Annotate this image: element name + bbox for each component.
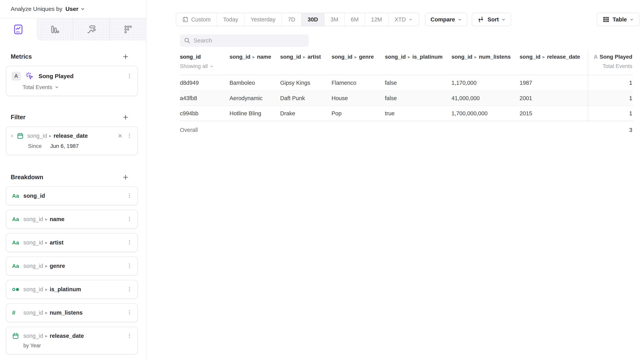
calendar-icon xyxy=(182,16,188,23)
date-range-yesterday[interactable]: Yesterday xyxy=(244,13,282,26)
table-row: c994bb Hotline Bling Drake Pop true 1,70… xyxy=(180,106,633,121)
breakdown-property: name xyxy=(50,216,64,222)
kebab-menu-icon[interactable] xyxy=(126,73,132,80)
add-metric-button[interactable] xyxy=(122,53,129,60)
tab-line-chart[interactable] xyxy=(0,18,36,41)
column-header-metric[interactable]: A Song Played Total Events xyxy=(588,50,633,75)
tab-scatter-chart[interactable] xyxy=(110,18,146,41)
arrow-separator-icon: ▸ xyxy=(408,54,410,60)
column-header-name[interactable]: song_id▸name xyxy=(230,50,280,75)
cell-release-date: 2001 xyxy=(520,95,588,102)
add-filter-button[interactable] xyxy=(122,114,129,121)
tab-flow-chart[interactable] xyxy=(73,18,110,41)
compare-button[interactable]: Compare xyxy=(425,13,468,26)
column-header-num-listens[interactable]: song_id▸num_listens xyxy=(452,50,520,75)
date-range-today[interactable]: Today xyxy=(217,13,244,26)
sort-button[interactable]: Sort xyxy=(472,13,511,26)
table-row: d8d949 Bamboleo Gipsy Kings Flamenco fal… xyxy=(180,75,633,90)
boolean-type-icon xyxy=(12,287,21,292)
chevron-down-icon xyxy=(458,18,462,22)
analyze-by-dropdown[interactable]: User xyxy=(66,6,85,12)
overall-row: Overall 3 xyxy=(180,121,633,139)
kebab-menu-icon[interactable] xyxy=(126,286,132,293)
breakdown-card-genre[interactable]: Aa song_id ▸ genre xyxy=(6,257,138,275)
cell-release-date: 2015 xyxy=(520,110,588,117)
metrics-section-header: Metrics xyxy=(11,53,129,60)
add-breakdown-button[interactable] xyxy=(122,174,129,181)
breakdown-card-artist[interactable]: Aa song_id ▸ artist xyxy=(6,233,138,252)
breakdown-card-is-platinum[interactable]: song_id ▸ is_platinum xyxy=(6,280,138,299)
date-range-label: 30D xyxy=(308,16,318,23)
filter-value[interactable]: Jun 6, 1987 xyxy=(50,143,79,149)
column-header-song-id[interactable]: song_id Showing all xyxy=(180,50,230,75)
view-type-button[interactable]: Table xyxy=(597,13,639,26)
date-range-7d[interactable]: 7D xyxy=(282,13,301,26)
chevron-down-icon xyxy=(630,18,634,22)
chevron-down-icon xyxy=(55,85,59,89)
breakdown-prefix: song_id xyxy=(23,263,43,269)
column-header-genre[interactable]: song_id▸genre xyxy=(332,50,385,75)
kebab-menu-icon[interactable] xyxy=(126,133,132,139)
date-range-12m[interactable]: 12M xyxy=(365,13,388,26)
date-range-30d[interactable]: 30D xyxy=(301,13,324,26)
breakdown-prefix: song_id xyxy=(23,239,43,246)
arrow-separator-icon: ▸ xyxy=(45,263,48,269)
breakdown-property: num_listens xyxy=(50,309,82,316)
analytics-app: Analyze Uniques by User xyxy=(0,0,644,360)
kebab-menu-icon[interactable] xyxy=(126,333,132,339)
column-label: song_id xyxy=(180,54,201,60)
plus-icon xyxy=(122,114,129,121)
chart-type-tabs xyxy=(0,18,146,41)
filter-section-header: Filter xyxy=(11,114,129,121)
kebab-menu-icon[interactable] xyxy=(126,239,132,246)
cell-num-listens: 1,700,000,000 xyxy=(452,110,520,117)
kebab-menu-icon[interactable] xyxy=(126,263,132,269)
breakdown-card-name[interactable]: Aa song_id ▸ name xyxy=(6,210,138,229)
analysis-header: Analyze Uniques by User xyxy=(0,0,146,18)
chevron-down-icon xyxy=(210,64,214,68)
arrow-separator-icon: ▸ xyxy=(542,54,545,60)
filter-operator[interactable]: Since xyxy=(28,143,42,149)
results-table: song_id Showing all song_id▸name song_id… xyxy=(180,50,633,139)
column-header-is-platinum[interactable]: song_id▸is_platinum xyxy=(385,50,452,75)
metric-event-name: Song Played xyxy=(38,73,74,80)
line-chart-icon xyxy=(14,24,23,35)
breakdown-prefix: song_id xyxy=(23,333,43,339)
overall-value: 3 xyxy=(588,127,633,133)
tab-bar-chart[interactable] xyxy=(36,18,73,41)
number-type-icon: # xyxy=(12,309,16,316)
date-range-3m[interactable]: 3M xyxy=(324,13,344,26)
breakdown-card-release-date[interactable]: song_id ▸ release_date by Year xyxy=(6,327,138,354)
measure-value: Total Events xyxy=(22,84,52,90)
date-range-custom[interactable]: Custom xyxy=(176,13,217,26)
arrow-separator-icon: ▸ xyxy=(303,54,306,60)
cell-artist: Daft Punk xyxy=(280,95,332,102)
arrow-separator-icon: ▸ xyxy=(45,217,48,222)
measure-dropdown[interactable]: Total Events xyxy=(22,84,132,90)
remove-filter-icon[interactable] xyxy=(117,133,123,139)
drag-handle-icon[interactable] xyxy=(9,133,14,139)
breakdown-card-num-listens[interactable]: # song_id ▸ num_listens xyxy=(6,303,138,322)
date-range-label: XTD xyxy=(394,16,406,23)
breakdown-bucket-label[interactable]: by Year xyxy=(23,343,132,349)
column-header-artist[interactable]: song_id▸artist xyxy=(280,50,332,75)
breakdown-card-song-id[interactable]: Aa song_id xyxy=(6,186,138,205)
kebab-menu-icon[interactable] xyxy=(126,216,132,223)
kebab-menu-icon[interactable] xyxy=(126,309,132,316)
filter-card[interactable]: song_id ▸ release_date Since Jun 6, 1987 xyxy=(6,126,138,155)
date-range-xtd[interactable]: XTD xyxy=(388,13,419,26)
cell-is-platinum: true xyxy=(385,110,452,117)
chart-type-tabs-inactive xyxy=(36,18,146,41)
metric-column-label: Song Played xyxy=(600,54,632,60)
arrow-separator-icon: ▸ xyxy=(474,54,477,60)
date-range-6m[interactable]: 6M xyxy=(344,13,365,26)
search-input[interactable] xyxy=(194,37,305,44)
column-header-release-date[interactable]: song_id▸release_date xyxy=(520,50,588,75)
showing-all-dropdown[interactable]: Showing all xyxy=(180,63,214,69)
cell-song-id: a43fb8 xyxy=(180,95,230,102)
kebab-menu-icon[interactable] xyxy=(126,193,132,199)
metric-card[interactable]: A Song Played Total Events xyxy=(6,66,138,96)
breakdown-prefix: song_id xyxy=(23,216,43,222)
scatter-dots-icon xyxy=(123,25,132,34)
showing-all-label: Showing all xyxy=(180,63,208,69)
